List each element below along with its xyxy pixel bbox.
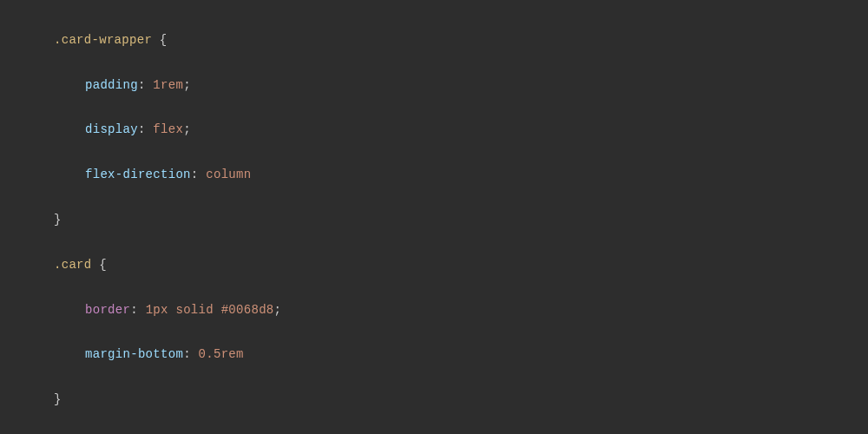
code-line: display: flex; [54,119,868,141]
code-line: } [54,389,868,411]
css-value: column [206,168,251,181]
css-value: flex [153,122,183,136]
css-value: 1px solid #0068d8 [146,303,274,317]
css-value: 0.5rem [199,347,244,361]
code-line: .card-wrapper { [54,30,868,52]
css-property: margin-bottom [85,347,183,361]
code-line: margin-bottom: 0.5rem [54,344,868,366]
css-property: flex-direction [85,168,191,181]
code-line: flex-direction: column [54,164,868,187]
css-property: display [85,122,138,136]
css-selector: .card-wrapper [54,33,152,47]
code-line: padding: 1rem; [54,75,868,97]
css-property: border [85,303,130,317]
code-line: .card { [54,254,868,277]
css-selector: .card [54,258,92,272]
css-value: 1rem [153,78,183,92]
css-property: padding [85,78,138,92]
code-line: border: 1px solid #0068d8; [54,299,868,322]
code-editor[interactable]: .card-wrapper { padding: 1rem; display: … [0,0,868,434]
code-line: } [54,209,868,232]
